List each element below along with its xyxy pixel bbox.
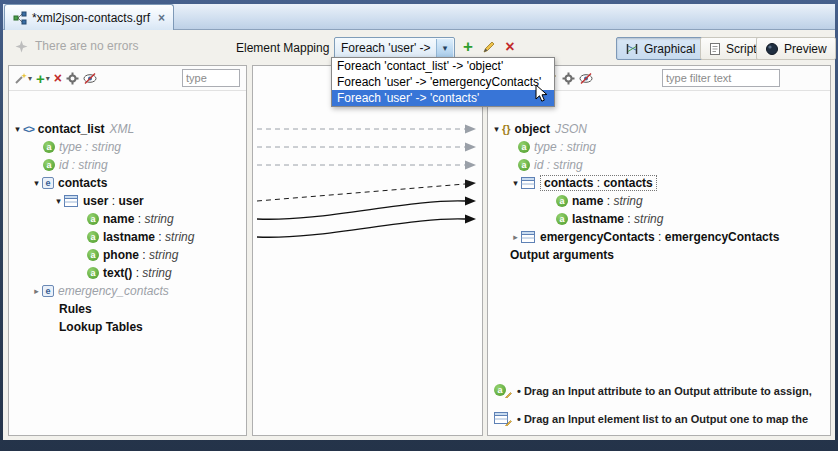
tree-row-contacts[interactable]: ▾ e contacts — [9, 174, 246, 192]
node-type: string — [634, 212, 663, 226]
collapse-arrow-icon[interactable]: ▸ — [510, 232, 521, 242]
mapping-line[interactable] — [257, 125, 476, 134]
remove-node-button[interactable]: × — [53, 68, 63, 88]
grf-file-icon — [13, 11, 27, 25]
preview-view-icon — [765, 42, 779, 56]
view-graphical-button[interactable]: Graphical — [616, 37, 704, 60]
node-name: emergencyContacts — [540, 230, 655, 244]
element-list-icon — [521, 177, 536, 190]
expand-arrow-icon[interactable]: ▾ — [53, 196, 64, 206]
combobox-value: Foreach 'user' -> — [341, 41, 431, 55]
delete-mapping-button[interactable]: × — [501, 38, 519, 56]
node-type: user — [118, 194, 143, 208]
tree-row-id[interactable]: a id : string — [488, 156, 830, 174]
separator: : — [557, 140, 567, 154]
chevron-down-icon: ▾ — [28, 74, 32, 83]
status-text: There are no errors — [35, 39, 138, 53]
tree-row-text[interactable]: a text() : string — [9, 264, 246, 282]
hide-mapped-button[interactable] — [82, 68, 98, 88]
node-name: name — [572, 194, 603, 208]
node-name: id — [59, 158, 68, 172]
expand-arrow-icon[interactable]: ▾ — [12, 124, 23, 134]
element-icon: e — [42, 285, 54, 297]
gear-icon — [66, 72, 79, 85]
mapping-editor-area: ▾ + ▾ × — [3, 62, 835, 440]
attribute-icon: a — [87, 231, 99, 243]
separator: : — [655, 230, 665, 244]
tree-row-phone[interactable]: a phone : string — [9, 246, 246, 264]
attribute-icon: a — [87, 249, 99, 261]
mapping-lines-canvas[interactable] — [253, 66, 482, 435]
element-mapping-combobox[interactable]: Foreach 'user' -> ▾ — [334, 37, 455, 59]
output-type-filter[interactable] — [662, 69, 780, 87]
tree-row-emergency-contacts[interactable]: ▸ e emergency_contacts — [9, 282, 246, 300]
mapping-line[interactable] — [257, 180, 476, 202]
element-icon: e — [42, 177, 54, 189]
mapping-line[interactable] — [257, 161, 476, 170]
mapping-line[interactable] — [257, 197, 476, 220]
node-name: contact_list — [38, 122, 105, 136]
eye-slash-icon — [83, 72, 97, 85]
edit-mapping-button[interactable] — [480, 38, 498, 56]
node-type: string — [144, 212, 173, 226]
view-preview-label: Preview — [784, 42, 827, 56]
auto-map-wand-button[interactable]: ▾ — [13, 68, 33, 88]
tree-row-output-arguments[interactable]: Output arguments — [488, 246, 830, 264]
node-name: text() — [103, 266, 132, 280]
settings-gear-button[interactable] — [561, 68, 576, 88]
separator: : — [134, 212, 144, 226]
view-preview-button[interactable]: Preview — [756, 37, 836, 60]
settings-gear-button[interactable] — [65, 68, 80, 88]
hide-mapped-button[interactable] — [578, 68, 594, 88]
tree-row-lastname[interactable]: a lastname : string — [9, 228, 246, 246]
tree-row-object[interactable]: ▾ {} object JSON — [488, 120, 830, 138]
tree-row-type[interactable]: a type : string — [488, 138, 830, 156]
add-mapping-button[interactable]: + — [459, 38, 477, 56]
expand-arrow-icon[interactable]: ▾ — [510, 178, 521, 188]
attribute-icon: a — [87, 213, 99, 225]
collapse-arrow-icon[interactable]: ▸ — [31, 286, 42, 296]
separator: : — [543, 158, 553, 172]
tree-row-type[interactable]: a type : string — [9, 138, 246, 156]
tab-xml2json-contacts[interactable]: *xml2json-contacts.grf × — [4, 4, 174, 30]
node-type: string — [92, 140, 121, 154]
status-star-icon — [15, 40, 28, 53]
dropdown-item-user-emergencycontacts[interactable]: Foreach 'user' -> 'emergencyContacts' — [332, 74, 554, 90]
tree-row-user[interactable]: ▾ user : user — [9, 192, 246, 210]
expand-arrow-icon[interactable]: ▾ — [491, 124, 502, 134]
node-type: string — [142, 266, 171, 280]
element-list-icon — [64, 195, 79, 208]
node-name: emergency_contacts — [58, 284, 169, 298]
tab-close-icon[interactable]: × — [158, 11, 165, 25]
selected-node-box: contacts : contacts — [540, 175, 657, 191]
tree-row-contacts[interactable]: ▾ contacts : contacts — [488, 174, 830, 192]
add-node-button[interactable]: + ▾ — [35, 68, 51, 88]
output-tree: ▾ {} object JSON a type : string a id : … — [488, 120, 830, 264]
node-name: Output arguments — [510, 248, 614, 262]
dropdown-item-contact-list-object[interactable]: Foreach 'contact_list' -> 'object' — [332, 58, 554, 74]
dropdown-item-user-contacts[interactable]: Foreach 'user' -> 'contacts' — [332, 90, 554, 106]
tree-row-contact-list[interactable]: ▾ <> contact_list XML — [9, 120, 246, 138]
mapping-line[interactable] — [257, 143, 476, 152]
attribute-icon: a — [556, 195, 568, 207]
tree-row-id[interactable]: a id : string — [9, 156, 246, 174]
chevron-down-icon[interactable]: ▾ — [436, 39, 453, 57]
mapping-line[interactable] — [257, 215, 476, 238]
json-object-icon: {} — [502, 123, 511, 135]
tree-row-emergency-contacts[interactable]: ▸ emergencyContacts : emergencyContacts — [488, 228, 830, 246]
input-type-filter[interactable] — [182, 69, 240, 87]
attribute-icon: a — [518, 141, 530, 153]
separator: : — [82, 140, 92, 154]
node-type: emergencyContacts — [665, 230, 780, 244]
script-view-icon — [709, 42, 721, 56]
tree-row-name[interactable]: a name : string — [9, 210, 246, 228]
hint-text: • Drag an Input element list to an Outpu… — [517, 413, 808, 425]
tree-row-rules[interactable]: Rules — [9, 300, 246, 318]
eye-slash-icon — [579, 72, 593, 85]
tree-row-name[interactable]: a name : string — [488, 192, 830, 210]
node-name: Rules — [59, 302, 92, 316]
expand-arrow-icon[interactable]: ▾ — [31, 178, 42, 188]
tree-row-lookup-tables[interactable]: Lookup Tables — [9, 318, 246, 336]
tree-row-lastname[interactable]: a lastname : string — [488, 210, 830, 228]
node-name: object — [515, 122, 550, 136]
